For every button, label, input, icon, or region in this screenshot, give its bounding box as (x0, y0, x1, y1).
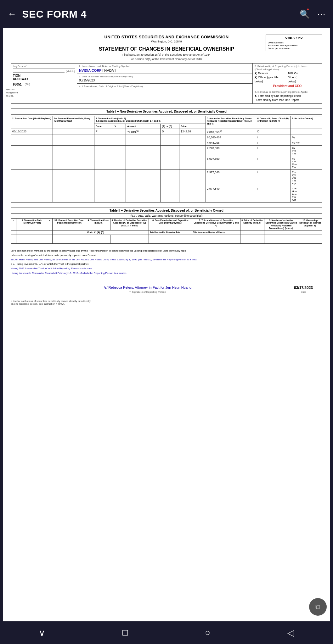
footnote-6: Huang Irrevocable Remainder Trust u/a/d … (11, 271, 322, 275)
td-amount-7 (126, 186, 161, 202)
reporting-person-label: ting Person* (13, 65, 75, 68)
left-margin-note1: bject to (6, 88, 14, 91)
nav-home-icon[interactable]: □ (122, 628, 128, 638)
t2-sh-title-sub: Title Amount or Number of Shares (192, 230, 240, 235)
th-col5: 5. Amount of Securities Beneficially Own… (206, 116, 256, 129)
one-person-label: Form filed by One Reporting Person (258, 94, 301, 97)
td-aord-7 (161, 186, 179, 202)
table-row: 2,977,840 I TheHuaAnnTruAgr (11, 186, 322, 202)
copy-button[interactable]: ⧉ (309, 598, 327, 616)
td-aord-2 (161, 135, 179, 140)
officer-row: X Officer (give title (255, 76, 287, 79)
th-col3: 3. Transaction Code (Instr. 8) (96, 117, 204, 120)
th-price: Price (179, 124, 206, 129)
footnote-5: Huang 2012 Irrevocable Trust, of which t… (11, 267, 322, 270)
t2-h-ownership: 10. Ownership Direct (D) or Indirect (I)… (298, 218, 322, 230)
individual-label: 6. Individual or Joint/Group Filing (Che… (255, 91, 320, 93)
t2-sh-empty6 (264, 230, 298, 235)
td-indirect-6: TheLyn201TruAgr (291, 169, 322, 186)
signature-name-container: /s/ Rebecca Peters, Attorney-in-Fact for… (11, 284, 285, 293)
omb-box: OMB APPRO OMB Number: Estimated average … (266, 35, 322, 51)
footnote-1: uer's common stock withheld by the Issue… (11, 249, 322, 253)
filed-pursuant-text: Filed pursuant to Section 16(a) of the S… (11, 53, 322, 56)
t2-td-empty5 (86, 235, 110, 243)
omb-hours-label: hours per response: (268, 47, 320, 50)
td-indirect-2: By (291, 135, 322, 140)
table2-subtitle: (e.g., puts, calls, warrants, options, c… (11, 214, 322, 218)
date-label: 3. Date of Earliest Transaction (Month/D… (79, 75, 251, 78)
footnotes-section: uer's common stock withheld by the Issue… (11, 247, 322, 275)
one-person-row: X Form filed by One Reporting Person (255, 94, 320, 98)
table2-empty-row (11, 235, 322, 243)
director-check: X (255, 72, 257, 75)
omb-number-label: OMB Number: (268, 41, 320, 44)
t2-sh-code-v: Code V (A) (D) (86, 230, 149, 235)
t2-h-price: 8. Price of Derivative Security (Instr. … (240, 218, 264, 230)
omb-burden-label: Estimated average burden (268, 44, 320, 47)
t2-sh-empty2 (16, 230, 47, 235)
signature-date: 03/17/2023 (285, 286, 322, 290)
name-part-field (13, 70, 65, 73)
reporting-person-col: ting Person* (Middle) TION RESSWAY 95051… (11, 64, 77, 103)
td-price-5 (179, 156, 206, 169)
td-code-4 (94, 145, 113, 156)
t2-sub-v: V (94, 231, 96, 234)
zip-value: 95051 (13, 83, 22, 86)
copy-icon: ⧉ (315, 603, 320, 611)
amendment-label: 4. If Amendment, Date of Original Filed … (79, 85, 251, 88)
td-code-2 (94, 135, 113, 140)
t2-td-empty7 (149, 235, 192, 243)
omb-title: OMB APPRO (268, 36, 320, 40)
table-row: 60,580,404 I By (11, 135, 322, 140)
amendment-row: 4. If Amendment, Date of Original Filed … (77, 84, 252, 90)
td-ownership-3: I (256, 140, 291, 145)
td-indirect-4: ByIrreTru (291, 145, 322, 156)
table-row: 2,977,840 I TheLyn201TruAgr (11, 169, 322, 186)
t2-sh-empty4 (53, 230, 86, 235)
td-ownership-5: I (256, 156, 291, 169)
td-code-3 (94, 140, 113, 145)
th-col3-span: 3. Transaction Code (Instr. 8) 4. Securi… (94, 116, 206, 124)
t2-sh-empty5 (240, 230, 264, 235)
more-person-row: Form filed by More than One Reporti (255, 98, 320, 102)
footer-note-2: an one reporting person, see Instruction… (11, 303, 322, 305)
td-price-2 (179, 135, 206, 140)
footnote-2: ed upon the vesting of restricted stock … (11, 253, 322, 257)
t2-h-numsec: 5. Number of Derivative Securities Acqui… (110, 218, 149, 230)
td-owned-4: 2,228,000 (206, 145, 256, 156)
t2-sh-empty3 (47, 230, 53, 235)
footer-note-1: e line for each class of securities bene… (11, 300, 322, 303)
name-parts-row: (Middle) (13, 70, 75, 73)
td-price-3 (179, 140, 206, 145)
filed-pursuant-text2: or Section 30(h) of the Investment Compa… (11, 58, 322, 61)
left-margin-note2: obligations (6, 91, 18, 94)
date-row: 3. Date of Earliest Transaction (Month/D… (77, 74, 252, 84)
t2-sub-a: (A) (97, 231, 100, 234)
nav-prev-icon[interactable]: ◁ (287, 628, 294, 638)
t2-td-empty4 (53, 235, 86, 243)
th-col2: 2A. Deemed Execution Date, if any (Month… (53, 116, 94, 129)
more-options-icon[interactable]: ⋯ (317, 9, 325, 19)
back-button[interactable]: ← (8, 9, 16, 19)
nav-circle-icon[interactable]: ○ (205, 628, 210, 638)
issuer-name[interactable]: NVIDIA CORP (79, 69, 102, 72)
table-row: 5,007,800 I ByIrreRenTru (11, 156, 322, 169)
td-deemed-3 (53, 140, 94, 145)
table1-title: Table I – Non-Derivative Securities Acqu… (11, 108, 322, 115)
t2-sub-amount-shares: Amount or Number of Shares (198, 231, 225, 233)
t2-td-empty8 (192, 235, 240, 243)
th-col6: 6. Ownership Form: Direct (D) or Indirec… (256, 116, 291, 129)
title-sub-row: Title Amount or Number of Shares (193, 231, 239, 233)
issuer-row: 2. Issuer Name and Ticker or Trading Sym… (77, 64, 252, 74)
th-col1: 2. Transaction Date (Month/Day/Year) (11, 116, 53, 129)
zip-label: (Zip) (25, 83, 30, 86)
top-bar-left: ← SEC FORM 4 (8, 8, 87, 20)
th-aord: (A) or (D) (161, 124, 179, 129)
table1-header-row: 2. Transaction Date (Month/Day/Year) 2A.… (11, 116, 322, 124)
table-row: 03/15/2023 F 72,819(1) D $242.28 7,810,5… (11, 129, 322, 135)
t2-h-title: 7. Title and Amount of Securities Underl… (192, 218, 240, 230)
td-code-5 (94, 156, 113, 169)
nav-back-icon[interactable]: ∨ (39, 628, 45, 638)
form-middle-col: 2. Issuer Name and Ticker or Trading Sym… (77, 64, 253, 103)
td-ownership-1: D (256, 129, 291, 135)
